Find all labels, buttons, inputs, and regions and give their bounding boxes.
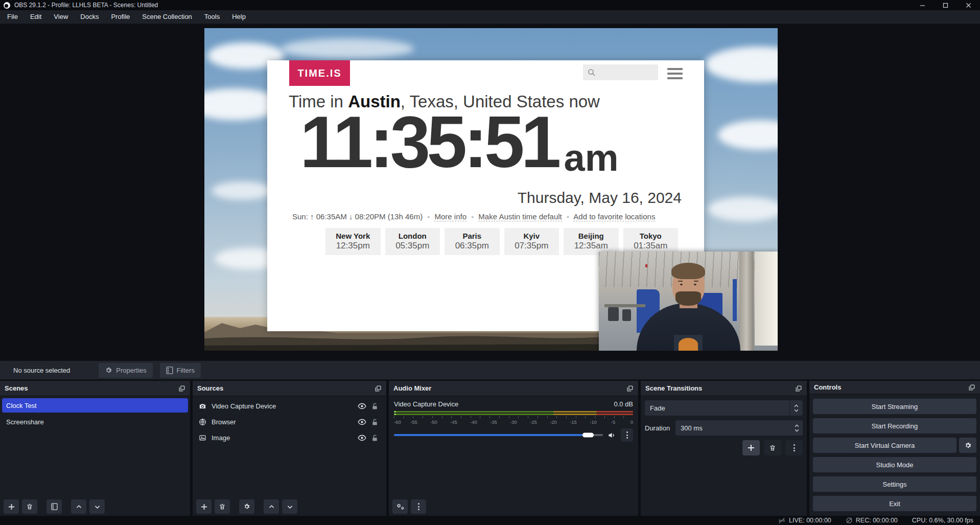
exit-button[interactable]: Exit <box>813 496 976 511</box>
menu-edit[interactable]: Edit <box>24 10 48 24</box>
volume-slider[interactable] <box>394 434 603 436</box>
stats-text: CPU: 0.6%, 30.00 fps <box>912 517 973 524</box>
scale-tick: -55 <box>410 419 417 425</box>
add-transition-button[interactable] <box>742 440 760 455</box>
add-scene-button[interactable] <box>4 499 19 514</box>
chevron-up-icon[interactable] <box>795 424 799 427</box>
mixer-menu-button[interactable] <box>411 499 426 514</box>
fire-alarm <box>645 264 647 267</box>
scene-filters-button[interactable] <box>46 499 62 514</box>
remove-source-button[interactable] <box>215 499 230 514</box>
start-streaming-button[interactable]: Start Streaming <box>813 399 976 414</box>
city-name: Tokyo <box>623 232 679 240</box>
make-default-link: Make Austin time default <box>478 212 562 221</box>
settings-button[interactable]: Settings <box>813 476 976 492</box>
start-recording-button[interactable]: Start Recording <box>813 418 976 433</box>
menu-view[interactable]: View <box>48 10 74 24</box>
source-properties-button[interactable] <box>239 499 254 514</box>
audio-mixer-panel-header[interactable]: Audio Mixer <box>389 381 638 396</box>
menu-tools[interactable]: Tools <box>198 10 226 24</box>
source-label: Video Capture Device <box>212 402 353 410</box>
visibility-eye-icon[interactable] <box>358 435 366 441</box>
controls-panel-header[interactable]: Controls <box>809 381 980 394</box>
office-pillar <box>739 252 754 351</box>
city-time: 12:35pm <box>325 241 381 251</box>
source-row-browser[interactable]: Browser <box>193 414 386 430</box>
sources-title: Sources <box>197 384 223 392</box>
remove-scene-button[interactable] <box>22 499 37 514</box>
hamburger-menu-icon <box>667 68 683 79</box>
scene-move-down-button[interactable] <box>89 499 105 514</box>
studio-mode-button[interactable]: Studio Mode <box>813 457 976 472</box>
scale-tick: -45 <box>450 419 457 425</box>
audio-mixer-body: Video Capture Device 0.0 dB -60 -55 -50 … <box>389 396 638 516</box>
start-virtual-camera-button[interactable]: Start Virtual Camera <box>813 438 956 453</box>
menu-scene-collection[interactable]: Scene Collection <box>136 10 198 24</box>
scene-transitions-body: Fade Duration 300 ms <box>641 396 807 516</box>
scene-item-screenshare[interactable]: Screenshare <box>2 415 188 429</box>
menu-help[interactable]: Help <box>226 10 252 24</box>
duration-spinner[interactable]: 300 ms <box>675 420 803 436</box>
add-source-button[interactable] <box>196 499 212 514</box>
source-move-up-button[interactable] <box>264 499 279 514</box>
menu-docks[interactable]: Docks <box>74 10 105 24</box>
advanced-audio-button[interactable] <box>392 499 408 514</box>
scene-move-up-button[interactable] <box>71 499 86 514</box>
gear-icon <box>243 503 250 510</box>
office-table <box>604 304 646 307</box>
speaker-icon[interactable] <box>608 431 616 439</box>
sources-panel-header[interactable]: Sources <box>193 381 386 396</box>
properties-button[interactable]: Properties <box>99 363 152 378</box>
maximize-button[interactable] <box>934 0 957 10</box>
kebab-icon <box>418 503 419 510</box>
menu-file[interactable]: File <box>1 10 24 24</box>
separator: - <box>427 212 430 221</box>
lock-open-icon[interactable] <box>371 419 378 426</box>
image-icon <box>199 434 206 442</box>
lock-open-icon[interactable] <box>371 403 378 410</box>
source-move-down-button[interactable] <box>282 499 297 514</box>
volume-slider-handle[interactable] <box>582 433 594 438</box>
person-head <box>672 265 705 305</box>
menu-profile[interactable]: Profile <box>105 10 136 24</box>
scenes-panel-header[interactable]: Scenes <box>0 381 190 396</box>
duration-label: Duration <box>645 424 675 432</box>
city-name: Kyiv <box>504 232 559 240</box>
more-info-link: More info <box>434 212 466 221</box>
separator: - <box>471 212 474 221</box>
transition-menu-button[interactable] <box>785 440 803 455</box>
mixer-channel-menu-button[interactable] <box>621 428 633 442</box>
close-button[interactable] <box>957 0 980 10</box>
cloud-shape <box>281 38 414 59</box>
remove-transition-button[interactable] <box>764 440 781 455</box>
mixer-level-db: 0.0 dB <box>614 400 633 408</box>
transition-select[interactable]: Fade <box>645 400 803 416</box>
source-row-image[interactable]: Image <box>193 430 386 446</box>
obs-logo-icon <box>4 2 10 9</box>
scene-item-clock-test[interactable]: Clock Test <box>2 398 188 413</box>
person-eye <box>680 284 683 285</box>
visibility-eye-icon[interactable] <box>358 419 366 425</box>
scale-tick: -25 <box>530 419 537 425</box>
city-time: 06:35pm <box>445 241 500 251</box>
minimize-button[interactable] <box>911 0 934 10</box>
broadcast-off-icon <box>778 517 786 524</box>
title-bar[interactable]: OBS 29.1.2 - Profile: LLHLS BETA - Scene… <box>0 0 980 10</box>
cloud-shape <box>212 181 273 200</box>
preview-canvas[interactable]: TIME.IS Time in Austin, Texas, United St… <box>204 28 778 351</box>
chevron-down-icon[interactable] <box>795 429 799 432</box>
office-banner <box>733 279 737 321</box>
live-timer: LIVE: 00:00:00 <box>789 517 831 524</box>
scene-transitions-panel-header[interactable]: Scene Transitions <box>641 381 807 396</box>
filters-button[interactable]: Filters <box>160 363 201 378</box>
clock-meridiem: am <box>564 143 619 173</box>
visibility-eye-icon[interactable] <box>358 403 366 409</box>
source-row-video-capture[interactable]: Video Capture Device <box>193 398 386 414</box>
scenes-panel: Scenes Clock Test Screenshare <box>0 381 190 516</box>
person-eyebrow <box>694 281 698 282</box>
virtual-camera-settings-button[interactable] <box>959 438 976 453</box>
popout-icon <box>178 385 185 392</box>
lock-open-icon[interactable] <box>371 435 378 442</box>
chevron-down-icon <box>94 504 101 510</box>
context-buttons: Properties Filters <box>99 363 201 378</box>
